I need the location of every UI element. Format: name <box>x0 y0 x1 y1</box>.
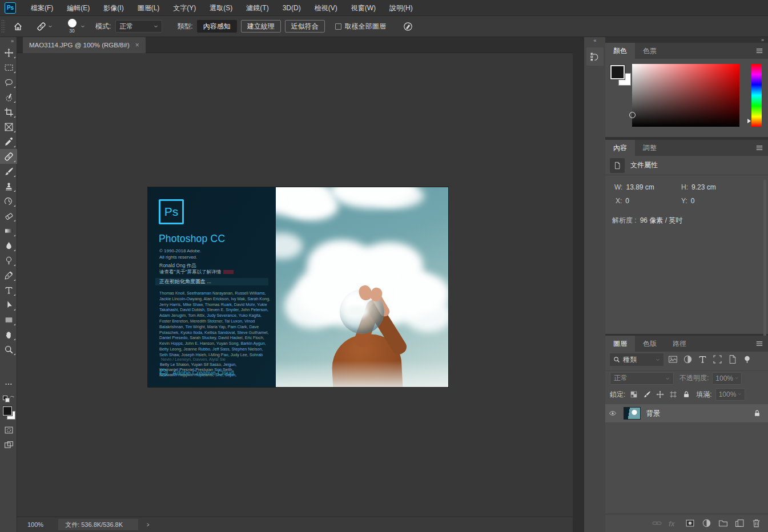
menu-item-3[interactable]: 影像(I) <box>96 0 130 16</box>
glitch-line: Nevin / Leeneyn, Davven, Alyisi Sie <box>161 357 275 362</box>
canvas-area[interactable]: Ps Photoshop CC © 1990-2018 Adobe. All r… <box>17 53 573 517</box>
status-chevron-icon[interactable]: > <box>147 521 150 528</box>
blend-mode-select[interactable]: 正常 <box>610 372 674 385</box>
color-picker-handle[interactable] <box>629 112 636 118</box>
lock-pixels-icon[interactable] <box>643 390 651 398</box>
menu-item-4[interactable]: 圖層(L) <box>131 0 167 16</box>
eraser-tool[interactable] <box>0 208 17 223</box>
blur-tool[interactable] <box>0 238 17 253</box>
delete-layer-icon[interactable] <box>751 518 761 528</box>
drag-grip[interactable] <box>1 19 5 33</box>
brush-settings-button[interactable]: 30 <box>53 19 85 34</box>
foreground-color-swatch[interactable] <box>610 65 625 79</box>
type-button[interactable]: 近似符合 <box>285 20 325 33</box>
lock-all-icon[interactable] <box>682 390 690 398</box>
layers-tab[interactable]: 色版 <box>635 336 665 352</box>
crop-tool[interactable] <box>0 104 17 119</box>
expand-panels-button[interactable]: « <box>584 37 605 45</box>
move-tool[interactable] <box>0 45 17 60</box>
menu-item-9[interactable]: 檢視(V) <box>308 0 344 16</box>
gradient-tool[interactable] <box>0 223 17 238</box>
new-layer-icon[interactable] <box>735 518 745 528</box>
menu-item-8[interactable]: 3D(D) <box>276 0 308 16</box>
menu-item-2[interactable]: 編輯(E) <box>60 0 96 16</box>
lock-position-icon[interactable] <box>656 390 664 398</box>
filter-toggle-icon[interactable] <box>742 354 752 364</box>
color-field[interactable] <box>632 64 739 127</box>
toolbar-collapse-button[interactable]: » <box>0 37 17 45</box>
new-adjustment-layer-icon[interactable] <box>702 518 711 528</box>
filter-kind-select[interactable]: 種類 <box>610 353 664 366</box>
history-panel-button[interactable] <box>586 47 604 66</box>
fill-field[interactable]: 100% <box>715 388 745 401</box>
adjustment-layer-filter-icon[interactable] <box>683 354 693 364</box>
lock-transparency-icon[interactable] <box>630 390 638 398</box>
path-selection-tool[interactable] <box>0 297 17 312</box>
zoom-level[interactable]: 100% <box>27 521 43 528</box>
frame-tool[interactable] <box>0 119 17 134</box>
scrollbar[interactable] <box>763 180 766 345</box>
document-tab[interactable]: MAO3114.JPG @ 100% (RGB/8#) × <box>23 37 146 53</box>
color-tab[interactable]: 顏色 <box>605 43 635 59</box>
screen-mode-button[interactable] <box>0 437 17 452</box>
layer-row-background[interactable]: 背景 <box>605 404 768 422</box>
dodge-tool[interactable] <box>0 253 17 268</box>
eyedropper-tool[interactable] <box>0 134 17 149</box>
hand-tool[interactable] <box>0 327 17 342</box>
menu-item-11[interactable]: 說明(H) <box>383 0 420 16</box>
hue-slider[interactable] <box>751 64 762 127</box>
tool-preset-button[interactable] <box>37 22 53 31</box>
type-tool[interactable] <box>0 283 17 297</box>
spot-healing-brush-tool[interactable] <box>0 149 17 164</box>
sample-all-layers-checkbox[interactable] <box>335 23 341 30</box>
hue-slider-handle[interactable] <box>747 119 751 123</box>
quick-mask-button[interactable] <box>0 422 17 437</box>
panel-menu-icon[interactable] <box>755 47 763 55</box>
type-button[interactable]: 內容感知 <box>197 20 237 33</box>
pen-pressure-icon[interactable] <box>403 22 413 31</box>
marquee-tool[interactable] <box>0 60 17 75</box>
lasso-tool[interactable] <box>0 75 17 90</box>
clone-stamp-tool[interactable] <box>0 179 17 194</box>
layers-tab[interactable]: 路徑 <box>665 336 694 352</box>
properties-tab[interactable]: 調整 <box>635 140 665 156</box>
zoom-tool[interactable] <box>0 342 17 357</box>
close-icon[interactable]: × <box>135 41 139 49</box>
lock-artboard-icon[interactable] <box>669 390 677 398</box>
panel-menu-icon[interactable] <box>755 340 763 348</box>
panel-menu-icon[interactable] <box>755 144 763 152</box>
default-swap-colors[interactable] <box>0 394 17 404</box>
add-layer-mask-icon[interactable] <box>685 518 695 528</box>
collapse-panels-button[interactable]: » <box>761 37 763 43</box>
menu-item-5[interactable]: 文字(Y) <box>166 0 203 16</box>
link-layers-icon[interactable] <box>652 518 662 528</box>
quick-selection-tool[interactable] <box>0 90 17 104</box>
layer-style-icon[interactable]: fx <box>669 518 678 528</box>
layer-visibility-toggle[interactable] <box>605 409 620 417</box>
opacity-field[interactable]: 100% <box>712 372 742 385</box>
layer-thumbnail[interactable] <box>624 407 641 420</box>
color-tab[interactable]: 色票 <box>635 43 665 59</box>
shape-layer-filter-icon[interactable] <box>713 354 722 364</box>
new-group-icon[interactable] <box>718 518 728 528</box>
swap-colors-icon[interactable] <box>9 394 15 401</box>
foreground-color-swatch[interactable] <box>3 406 12 416</box>
edit-toolbar-button[interactable] <box>0 377 17 392</box>
layers-tab[interactable]: 圖層 <box>605 336 635 352</box>
smart-object-filter-icon[interactable] <box>727 354 737 364</box>
file-info-field[interactable]: 文件: 536.8K/536.8K <box>58 519 138 530</box>
brush-tool[interactable] <box>0 164 17 179</box>
shape-tool[interactable] <box>0 312 17 327</box>
pixel-layer-filter-icon[interactable] <box>668 354 678 364</box>
menu-item-7[interactable]: 濾鏡(T) <box>239 0 275 16</box>
menu-item-1[interactable]: 檔案(F) <box>24 0 60 16</box>
history-brush-tool[interactable] <box>0 194 17 208</box>
menu-item-10[interactable]: 視窗(W) <box>344 0 383 16</box>
type-button[interactable]: 建立紋理 <box>241 20 281 33</box>
mode-select[interactable]: 正常 <box>115 20 162 33</box>
pen-tool[interactable] <box>0 268 17 283</box>
type-layer-filter-icon[interactable] <box>698 354 707 364</box>
menu-item-6[interactable]: 選取(S) <box>203 0 239 16</box>
home-icon[interactable] <box>13 22 23 31</box>
properties-tab[interactable]: 內容 <box>605 140 635 156</box>
